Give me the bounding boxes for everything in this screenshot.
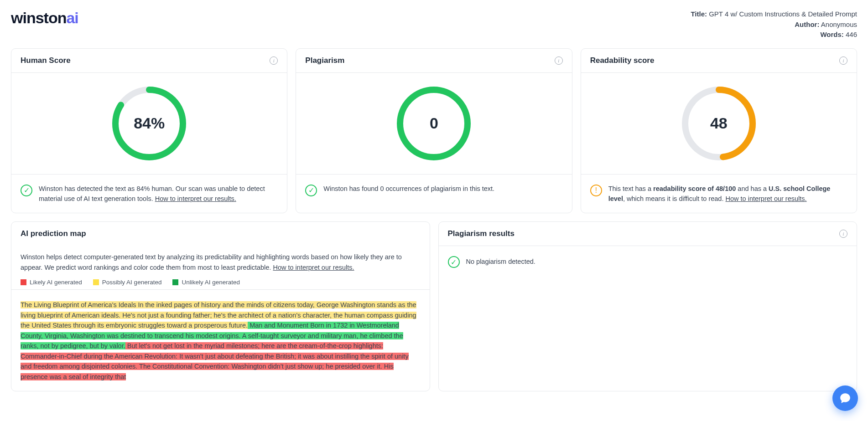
prediction-legend: Likely AI generated Possibly AI generate… xyxy=(21,279,421,286)
human-footer-link[interactable]: How to interpret our results. xyxy=(155,195,236,202)
plagiarism-footer-text: Winston has found 0 occurrences of plagi… xyxy=(323,185,494,192)
legend-swatch-red xyxy=(21,279,26,285)
brand-logo[interactable]: winstonai xyxy=(11,9,78,27)
brand-name: winston xyxy=(11,9,66,26)
meta-author: Anonymous xyxy=(821,21,857,28)
check-circle-icon: ✓ xyxy=(305,185,317,196)
plagiarism-gauge: 0 xyxy=(395,85,473,162)
doc-meta: Title: GPT 4 w/ Custom Instructions & De… xyxy=(691,9,857,40)
info-icon[interactable]: i xyxy=(555,56,563,65)
info-icon[interactable]: i xyxy=(839,56,847,65)
prediction-text: The Living Blueprint of America's Ideals… xyxy=(11,289,430,382)
prediction-link[interactable]: How to interpret our results. xyxy=(273,264,354,271)
plagiarism-card: Plagiarism i 0 ✓ Winston has found 0 occ… xyxy=(296,48,572,214)
human-score-title: Human Score xyxy=(21,56,71,65)
readability-footer-link[interactable]: How to interpret our results. xyxy=(726,195,807,202)
meta-title-label: Title: xyxy=(691,10,707,18)
readability-card: Readability score i 48 ! This text has a… xyxy=(581,48,857,214)
info-icon[interactable]: i xyxy=(270,56,278,65)
legend-swatch-yellow xyxy=(93,279,99,285)
check-circle-icon: ✓ xyxy=(448,256,460,268)
human-score-gauge: 84% xyxy=(110,85,188,162)
plagiarism-results-title: Plagiarism results xyxy=(448,229,515,238)
meta-words-label: Words: xyxy=(820,31,843,38)
readability-value: 48 xyxy=(680,85,758,162)
readability-gauge: 48 xyxy=(680,85,758,162)
plagiarism-value: 0 xyxy=(395,85,473,162)
prediction-title: AI prediction map xyxy=(21,229,86,238)
meta-words: 446 xyxy=(846,31,857,38)
prediction-map-card: AI prediction map Winston helps detect c… xyxy=(11,221,430,391)
brand-suffix: ai xyxy=(66,9,78,26)
meta-author-label: Author: xyxy=(795,21,819,28)
meta-title: GPT 4 w/ Custom Instructions & Detailed … xyxy=(709,10,857,18)
human-score-card: Human Score i 84% ✓ Winston has detected… xyxy=(11,48,287,214)
readability-title: Readability score xyxy=(590,56,655,65)
alert-circle-icon: ! xyxy=(590,185,602,196)
info-icon[interactable]: i xyxy=(839,230,847,238)
plagiarism-title: Plagiarism xyxy=(305,56,344,65)
legend-swatch-green xyxy=(172,279,178,285)
plagiarism-results-card: Plagiarism results i ✓ No plagiarism det… xyxy=(438,221,858,391)
plagiarism-results-msg: No plagiarism detected. xyxy=(466,258,535,265)
chat-icon xyxy=(839,392,851,400)
check-circle-icon: ✓ xyxy=(21,185,32,196)
human-score-value: 84% xyxy=(110,85,188,162)
